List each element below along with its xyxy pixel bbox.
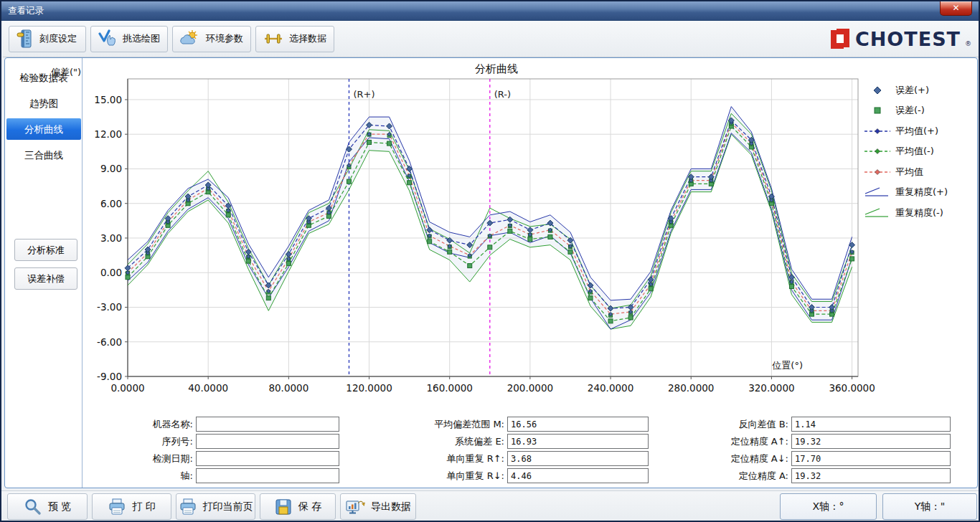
legend-label: 误差(-) <box>895 104 925 117</box>
axis-label: 轴: <box>62 468 193 483</box>
legend-label: 平均值 <box>895 166 923 179</box>
svg-text:12.00: 12.00 <box>94 128 122 140</box>
system-deviation-label: 系统偏差 E: <box>378 434 504 449</box>
legend-swatch-dash-diamond <box>864 146 891 157</box>
x-axis-unit-label: X轴 : ° <box>812 500 844 513</box>
svg-text:120.0000: 120.0000 <box>346 382 392 394</box>
select-data-icon <box>263 29 283 48</box>
svg-text:0.0000: 0.0000 <box>110 382 144 394</box>
chart-title: 分析曲线 <box>450 62 543 76</box>
brand-logo: CHOTEST ® <box>829 27 974 50</box>
svg-text:280.0000: 280.0000 <box>668 382 714 394</box>
preview-button[interactable]: 预 览 <box>7 493 88 520</box>
serial-number-field[interactable] <box>196 434 339 449</box>
unidirectional-repeat-down-label: 单向重复 R↓: <box>378 468 504 483</box>
svg-text:-9.00: -9.00 <box>97 371 122 382</box>
pick-plot-button[interactable]: 挑选绘图 <box>90 26 168 52</box>
legend-swatch-dash-diamond <box>864 166 891 178</box>
svg-text:-3.00: -3.00 <box>97 301 122 313</box>
pick-plot-label: 挑选绘图 <box>123 32 160 45</box>
brand-registered-mark: ® <box>965 40 971 47</box>
svg-text:15.00: 15.00 <box>94 94 122 105</box>
print-current-page-button[interactable]: 打印当前页 <box>176 493 255 520</box>
window-title: 查看记录 <box>8 5 44 16</box>
legend-swatch-square <box>864 105 891 116</box>
select-data-label: 选择数据 <box>289 32 326 45</box>
serial-number-label: 序列号: <box>62 434 193 449</box>
svg-text:0.00: 0.00 <box>100 267 122 278</box>
svg-text:9.00: 9.00 <box>100 163 122 174</box>
preview-label: 预 览 <box>48 500 71 513</box>
positioning-accuracy-down-label: 定位精度 A↓: <box>679 451 788 466</box>
app-window: { "window": { "title": "查看记录", "close": … <box>0 0 980 522</box>
legend-item-0: 误差(+) <box>864 84 975 96</box>
mean-deviation-range-field[interactable] <box>507 417 649 432</box>
legend-swatch-line-pair <box>864 207 891 219</box>
top-toolbar: 刻度设定 挑选绘图 环境参数 <box>3 21 980 57</box>
chart-legend: 误差(+)误差(-)平均值(+)平均值(-)平均值重复精度(+)重复精度(-) <box>864 84 975 219</box>
sidebar-tab-analysis-curve[interactable]: 分析曲线 <box>6 118 81 140</box>
system-deviation-field[interactable] <box>507 434 649 449</box>
sidebar-tab-trend-chart[interactable]: 趋势图 <box>6 92 81 114</box>
save-icon <box>274 498 293 516</box>
environment-button[interactable]: 环境参数 <box>172 26 251 52</box>
reverse-difference-field[interactable] <box>791 417 951 432</box>
svg-text:40.0000: 40.0000 <box>188 382 228 394</box>
print-button[interactable]: 打 印 <box>92 493 171 520</box>
positioning-accuracy-field[interactable] <box>791 468 951 483</box>
svg-text:3.00: 3.00 <box>100 232 122 244</box>
y-axis-unit-button[interactable]: Y轴 : " <box>882 493 977 520</box>
export-data-icon <box>345 498 365 516</box>
print-page-icon <box>179 498 197 516</box>
legend-item-6: 重复精度(-) <box>864 207 975 219</box>
legend-item-1: 误差(-) <box>864 105 975 117</box>
legend-swatch-diamond <box>864 85 891 96</box>
svg-text:(R+): (R+) <box>353 89 374 100</box>
environment-icon <box>180 29 200 48</box>
svg-text:-6.00: -6.00 <box>97 336 122 348</box>
unidirectional-repeat-up-label: 单向重复 R↑: <box>378 451 504 466</box>
print-label: 打 印 <box>132 500 155 513</box>
y-axis-unit-label: Y轴 : " <box>915 500 946 513</box>
pick-plot-icon <box>98 29 117 48</box>
main-panel: 检验数据表 趋势图 分析曲线 三合曲线 分析标准 误差补偿 0.000040.0… <box>4 57 978 488</box>
axis-field[interactable] <box>196 468 339 483</box>
positioning-accuracy-up-label: 定位精度 A↑: <box>679 434 788 449</box>
inspection-date-field[interactable] <box>196 451 339 466</box>
x-axis-unit-button[interactable]: X轴 : ° <box>780 493 877 520</box>
positioning-accuracy-down-field[interactable] <box>791 451 951 466</box>
brand-name: CHOTEST <box>855 28 961 50</box>
error-compensation-button[interactable]: 误差补偿 <box>14 267 77 290</box>
reverse-difference-label: 反向差值 B: <box>679 417 788 432</box>
machine-name-label: 机器名称: <box>62 417 193 432</box>
mean-deviation-range-label: 平均偏差范围 M: <box>378 417 504 432</box>
legend-label: 平均值(+) <box>895 125 938 138</box>
unidirectional-repeat-up-field[interactable] <box>507 451 649 466</box>
machine-name-field[interactable] <box>196 417 339 432</box>
close-button[interactable]: ✕ <box>940 1 972 16</box>
legend-label: 误差(+) <box>895 84 929 97</box>
svg-text:160.0000: 160.0000 <box>426 382 472 394</box>
scale-settings-button[interactable]: 刻度设定 <box>9 26 86 52</box>
save-button[interactable]: 保 存 <box>260 493 336 520</box>
print-icon <box>108 498 126 516</box>
export-data-button[interactable]: 导出数据 <box>340 493 416 520</box>
legend-label: 重复精度(+) <box>895 186 948 199</box>
ruler-icon <box>17 29 34 48</box>
legend-item-4: 平均值 <box>864 166 975 178</box>
analysis-standard-button[interactable]: 分析标准 <box>14 239 77 261</box>
legend-swatch-line-pair <box>864 186 891 198</box>
svg-text:6.00: 6.00 <box>100 198 122 209</box>
print-current-page-label: 打印当前页 <box>203 500 253 513</box>
bottom-toolbar: 预 览 打 印 打印当前页 <box>1 490 979 521</box>
title-bar: 查看记录 ✕ <box>1 1 979 21</box>
legend-swatch-dash-diamond <box>864 125 891 137</box>
positioning-accuracy-label: 定位精度 A: <box>679 468 788 483</box>
positioning-accuracy-up-field[interactable] <box>791 434 951 449</box>
y-axis-label: 偏差(") <box>51 66 81 79</box>
unidirectional-repeat-down-field[interactable] <box>507 468 649 483</box>
select-data-button[interactable]: 选择数据 <box>255 26 334 52</box>
sidebar-tab-triple-curve[interactable]: 三合曲线 <box>6 144 81 166</box>
scale-settings-label: 刻度设定 <box>39 32 77 45</box>
chotest-logo-icon <box>829 27 851 50</box>
